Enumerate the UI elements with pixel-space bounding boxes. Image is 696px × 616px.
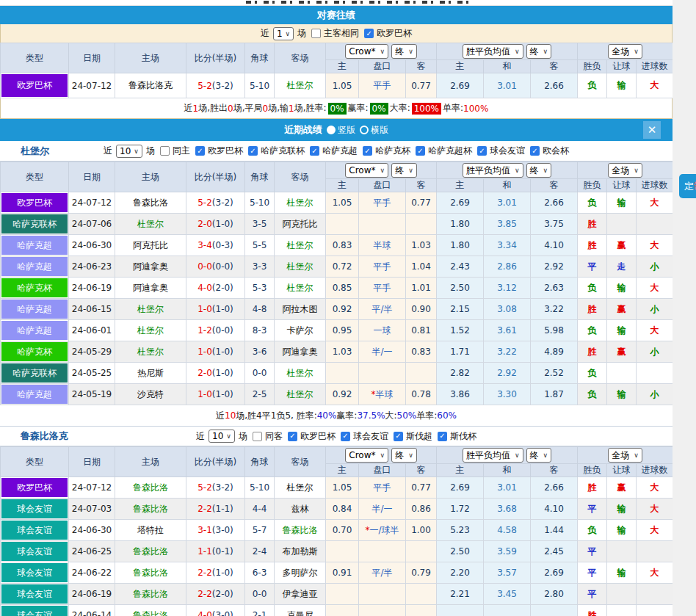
team-name[interactable]: 阿迪拿奥: [283, 347, 318, 357]
league-checkbox-5[interactable]: ✓: [477, 146, 487, 156]
league-checkbox-1[interactable]: ✓: [341, 432, 350, 441]
league-badge[interactable]: 球会友谊: [1, 563, 68, 582]
team-name[interactable]: 杜堡尔: [287, 240, 313, 250]
league-checkbox-6[interactable]: ✓: [530, 146, 540, 156]
team-name[interactable]: 杜堡尔: [287, 389, 313, 399]
team-name[interactable]: 杜堡尔: [287, 261, 313, 272]
team-name[interactable]: 鲁森比洛: [133, 568, 168, 578]
league-badge[interactable]: 哈萨克超: [1, 385, 68, 404]
cell-result-wdl-value: 负: [588, 325, 597, 336]
cell-corners: 8-3: [245, 320, 275, 341]
team-name[interactable]: 阿拉木图: [283, 304, 318, 314]
team-name[interactable]: 鲁森比洛: [133, 610, 168, 616]
avg-odds-select[interactable]: 胜平负均值∨: [463, 448, 523, 463]
league-badge[interactable]: 欧罗巴杯: [1, 478, 68, 497]
team-name[interactable]: 杜堡尔: [287, 198, 313, 208]
team-name[interactable]: 多明萨尔: [283, 568, 318, 578]
customize-button[interactable]: 定 制: [679, 174, 696, 198]
league-badge[interactable]: 哈萨克超: [1, 321, 68, 340]
same-venue-checkbox[interactable]: [311, 29, 321, 38]
vertical-layout-label[interactable]: 竖版: [338, 124, 355, 137]
league-checkbox-3[interactable]: ✓: [438, 432, 447, 441]
team-name[interactable]: 阿迪拿奥: [133, 261, 168, 272]
team-name[interactable]: 克曼尼: [287, 610, 313, 616]
team-name[interactable]: 热尼斯: [137, 368, 164, 378]
team-name[interactable]: 沙克特: [137, 389, 164, 399]
league-checkbox-0[interactable]: ✓: [195, 146, 205, 156]
horizontal-layout-label[interactable]: 横版: [371, 124, 388, 137]
cell-home-odds: 0.70: [326, 520, 359, 541]
match-count-select[interactable]: 1∨: [273, 27, 294, 40]
odds-provider-select[interactable]: Crow*∨: [345, 448, 388, 463]
team-name[interactable]: 鲁森比洛: [283, 525, 318, 535]
league-checkbox-1[interactable]: ✓: [248, 146, 258, 156]
fulltime-score: 3-4: [197, 240, 212, 250]
avg-stage-select[interactable]: 终∨: [526, 448, 552, 463]
team-name[interactable]: 杜堡尔: [137, 304, 164, 314]
league-checkbox-0[interactable]: ✓: [364, 29, 374, 38]
league-checkbox-2[interactable]: ✓: [310, 146, 319, 156]
team-name[interactable]: 杜堡尔: [137, 219, 164, 229]
match-scope-select[interactable]: 全场∨: [608, 163, 642, 178]
team-name[interactable]: 杜堡尔: [137, 347, 164, 357]
league-badge[interactable]: 哈萨克超: [1, 236, 68, 255]
team-name[interactable]: 阿克托比: [133, 240, 168, 250]
team-name[interactable]: 鲁森比洛: [133, 589, 168, 599]
league-badge[interactable]: 球会友谊: [1, 521, 68, 540]
avg-odds-select[interactable]: 胜平负均值∨: [463, 44, 523, 59]
league-badge[interactable]: 球会友谊: [1, 542, 68, 561]
avg-stage-select[interactable]: 终∨: [526, 163, 552, 178]
same-venue-checkbox[interactable]: [253, 432, 262, 441]
team-name[interactable]: 鲁森比洛克: [128, 80, 173, 90]
team-name[interactable]: 杜堡尔: [287, 80, 313, 90]
same-venue-checkbox[interactable]: [160, 146, 170, 156]
team-name[interactable]: 布加勒斯: [283, 546, 318, 557]
league-badge[interactable]: 球会友谊: [1, 499, 68, 518]
odds-stage-select[interactable]: 终∨: [391, 163, 417, 178]
team-name[interactable]: 鲁森比洛: [133, 546, 168, 557]
team-name[interactable]: 杜堡尔: [287, 482, 313, 493]
league-checkbox-4[interactable]: ✓: [416, 146, 425, 156]
team-name[interactable]: 杜堡尔: [287, 368, 313, 378]
team-name[interactable]: 鲁森比洛: [133, 504, 168, 514]
league-badge[interactable]: 哈萨克超: [1, 300, 68, 319]
match-count-select[interactable]: 10∨: [209, 430, 235, 443]
odds-provider-select[interactable]: Crow*∨: [345, 44, 388, 59]
league-checkbox-0[interactable]: ✓: [288, 432, 297, 441]
league-badge[interactable]: 欧罗巴杯: [1, 74, 68, 97]
avg-odds-select[interactable]: 胜平负均值∨: [463, 163, 523, 178]
team-name[interactable]: 鲁森比洛: [133, 198, 168, 208]
league-badge[interactable]: 哈萨克杯: [1, 342, 68, 361]
team-name[interactable]: 塔特拉: [137, 525, 164, 535]
league-badge[interactable]: 哈萨克联杯: [1, 363, 68, 383]
odds-provider-select[interactable]: Crow*∨: [345, 163, 388, 178]
team-name[interactable]: 卡萨尔: [287, 325, 313, 336]
league-badge[interactable]: 哈萨克联杯: [1, 214, 68, 233]
league-badge[interactable]: 球会友谊: [1, 606, 68, 616]
games-label: 场: [297, 27, 306, 40]
team-name[interactable]: 兹林: [291, 504, 309, 514]
league-badge[interactable]: 球会友谊: [1, 584, 68, 604]
horizontal-layout-radio[interactable]: [360, 126, 369, 134]
team-name[interactable]: 鲁森比洛: [133, 482, 168, 493]
team-name[interactable]: 阿迪拿奥: [133, 283, 168, 293]
team-name[interactable]: 伊拿迪亚: [283, 589, 318, 599]
vertical-layout-radio[interactable]: [327, 126, 336, 134]
match-scope-select[interactable]: 全场∨: [608, 44, 642, 59]
halftime-score: (1-0): [212, 568, 233, 578]
match-scope-select[interactable]: 全场∨: [608, 448, 642, 463]
team-name[interactable]: 杜堡尔: [287, 283, 313, 293]
dropdown-arrow-icon: ∨: [226, 432, 231, 440]
odds-stage-select[interactable]: 终∨: [391, 448, 417, 463]
league-badge[interactable]: 哈萨克杯: [1, 278, 68, 297]
close-icon[interactable]: ✕: [643, 121, 661, 139]
league-badge[interactable]: 哈萨克超: [1, 257, 68, 276]
match-count-select[interactable]: 10∨: [116, 145, 142, 158]
team-name[interactable]: 阿克托比: [283, 219, 318, 229]
avg-stage-select[interactable]: 终∨: [526, 44, 552, 59]
league-checkbox-2[interactable]: ✓: [394, 432, 403, 441]
league-checkbox-3[interactable]: ✓: [363, 146, 372, 156]
league-badge[interactable]: 欧罗巴杯: [1, 193, 68, 212]
odds-stage-select[interactable]: 终∨: [391, 44, 417, 59]
team-name[interactable]: 杜堡尔: [137, 325, 164, 336]
